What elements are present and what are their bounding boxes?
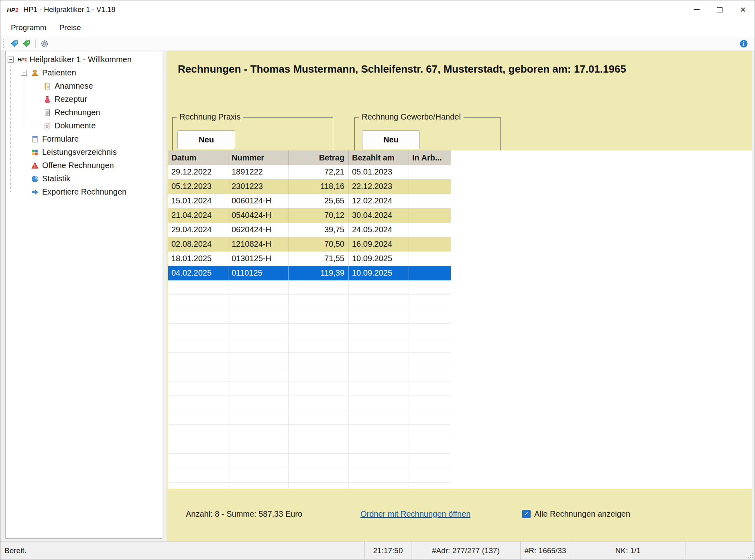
app-icon-1: 1 <box>15 6 18 13</box>
tag-blue-button[interactable] <box>8 38 20 50</box>
cell-nummer: 0110125 <box>228 266 289 280</box>
collapse-box-icon[interactable] <box>8 57 14 63</box>
tree-item-label: Offene Rechnungen <box>42 161 114 170</box>
tree-item-leistungsverzeichnis[interactable]: Leistungsverzeichnis <box>6 146 162 159</box>
status-time: 21:17:50 <box>364 542 411 560</box>
tree-item-dokumente[interactable]: Dokumente <box>6 119 162 132</box>
tree-item-anamnese[interactable]: Anamnese <box>6 79 162 93</box>
invoice-row[interactable]: 02.08.2024 1210824-H 70,50 16.09.2024 <box>168 237 451 252</box>
close-icon: × <box>740 5 746 14</box>
patient-icon <box>31 69 39 77</box>
status-r-count: #R: 1665/33 <box>520 542 570 560</box>
tree-item-exportiere-rechnungen[interactable]: Exportiere Rechnungen <box>6 185 162 199</box>
table-body: 29.12.2022 1891222 72,21 05.01.2023 05.1… <box>168 165 752 280</box>
info-icon <box>739 39 748 48</box>
tree-item-statistik[interactable]: Statistik <box>6 172 162 185</box>
tree-item-rechnungen[interactable]: Rechnungen <box>6 106 162 119</box>
tree-item-label: Exportiere Rechnungen <box>42 187 126 197</box>
status-bar: Bereit. 21:17:50 #Adr: 277/277 (137) #R:… <box>0 541 755 560</box>
maximize-button[interactable] <box>708 0 731 19</box>
tree-item-label: Anamnese <box>55 81 93 91</box>
main-panel: Rechnungen - Thomas Mustermann, Schleife… <box>167 51 752 541</box>
grid-line <box>348 280 349 489</box>
cell-inarb <box>409 223 451 237</box>
open-invoice-folder-link[interactable]: Ordner mit Rechnungen öffnen <box>360 504 470 523</box>
resize-grip[interactable] <box>747 552 753 558</box>
summary-text: Anzahl: 8 - Summe: 587,33 Euro <box>186 504 302 523</box>
cell-bezahlt: 22.12.2023 <box>349 179 409 194</box>
cell-bezahlt: 16.09.2024 <box>349 237 409 252</box>
hp1-logo-icon: HP1 <box>18 57 27 63</box>
cell-betrag: 71,55 <box>289 252 349 266</box>
cell-bezahlt: 12.02.2024 <box>349 194 409 208</box>
table-empty-area[interactable] <box>168 280 451 489</box>
sidebar-tree: HP1 Heilpraktiker 1 - Willkommen Patient… <box>5 51 162 539</box>
app-icon-hp: HP <box>7 6 15 13</box>
tag-green-icon <box>22 39 31 48</box>
tree-item-patienten[interactable]: Patienten <box>6 66 162 79</box>
cell-betrag: 70,12 <box>289 208 349 223</box>
menu-bar: Programm Preise <box>0 19 755 37</box>
column-header-betrag[interactable]: Betrag <box>289 150 349 165</box>
toolbar <box>0 37 755 51</box>
tree-item-offene-rechnungen[interactable]: Offene Rechnungen <box>6 159 162 172</box>
tree-item-label: Patienten <box>42 68 76 77</box>
invoice-row[interactable]: 05.12.2023 2301223 118,16 22.12.2023 <box>168 179 451 194</box>
cell-inarb <box>409 179 451 194</box>
invoice-row[interactable]: 21.04.2024 0540424-H 70,12 30.04.2024 <box>168 208 451 223</box>
cell-bezahlt: 10.09.2025 <box>349 266 409 280</box>
app-icon: HP1 <box>7 6 18 13</box>
cell-inarb <box>409 194 451 208</box>
tag-blue-icon <box>10 39 19 48</box>
tree-item-willkommen[interactable]: HP1 Heilpraktiker 1 - Willkommen <box>6 53 162 66</box>
column-header-datum[interactable]: Datum <box>168 150 228 165</box>
cell-bezahlt: 05.01.2023 <box>349 165 409 179</box>
cell-datum: 18.01.2025 <box>168 252 228 266</box>
cell-nummer: 0130125-H <box>228 252 289 266</box>
title-bar: HP1 HP1 - Heilpraktiker 1 - V1.18 × <box>0 0 755 19</box>
window-controls: × <box>685 0 755 19</box>
settings-button[interactable] <box>39 38 51 50</box>
invoice-row[interactable]: 29.04.2024 0620424-H 39,75 24.05.2024 <box>168 223 451 237</box>
invoice-row[interactable]: 18.01.2025 0130125-H 71,55 10.09.2025 <box>168 252 451 266</box>
close-button[interactable]: × <box>731 0 755 19</box>
documents-icon <box>43 122 51 130</box>
toolbar-grip[interactable] <box>3 39 5 48</box>
cell-betrag: 72,21 <box>289 165 349 179</box>
tree-item-formulare[interactable]: Formulare <box>6 132 162 146</box>
column-header-nummer[interactable]: Nummer <box>228 150 289 165</box>
checkbox-label: Alle Rechnungen anzeigen <box>534 509 630 519</box>
tree-item-label: Heilpraktiker 1 - Willkommen <box>29 55 132 64</box>
tree-item-label: Statistik <box>42 174 70 183</box>
grid-line <box>288 280 289 489</box>
minimize-button[interactable] <box>685 0 708 19</box>
collapse-box-icon[interactable] <box>21 70 27 76</box>
column-header-bezahlt-am[interactable]: Bezahlt am <box>349 150 409 165</box>
cell-betrag: 118,16 <box>289 179 349 194</box>
invoice-row[interactable]: 15.01.2024 0060124-H 25,65 12.02.2024 <box>168 194 451 208</box>
menu-preise[interactable]: Preise <box>53 21 88 34</box>
grid-icon <box>31 148 39 156</box>
maximize-icon <box>717 7 722 12</box>
cell-datum: 29.12.2022 <box>168 165 228 179</box>
invoice-row[interactable]: 29.12.2022 1891222 72,21 05.01.2023 <box>168 165 451 179</box>
status-grip-segment <box>686 542 755 560</box>
invoice-row-selected[interactable]: 04.02.2025 0110125 119,39 10.09.2025 <box>168 266 451 280</box>
window-title: HP1 - Heilpraktiker 1 - V1.18 <box>23 6 115 14</box>
status-nk: NK: 1/1 <box>570 542 686 560</box>
cell-datum: 04.02.2025 <box>168 266 228 280</box>
alle-rechnungen-checkbox[interactable] <box>522 510 531 518</box>
neu-gewerbe-button[interactable]: Neu <box>362 130 420 149</box>
tree-item-label: Leistungsverzeichnis <box>42 148 117 157</box>
invoice-table: Datum Nummer Betrag Bezahlt am In Arb...… <box>168 150 752 489</box>
tag-green-button[interactable] <box>20 38 33 50</box>
tree-item-rezeptur[interactable]: Rezeptur <box>6 93 162 106</box>
cell-datum: 29.04.2024 <box>168 223 228 237</box>
column-header-in-arb[interactable]: In Arb... <box>409 150 451 165</box>
invoice-icon <box>43 109 51 117</box>
cell-bezahlt: 30.04.2024 <box>349 208 409 223</box>
flask-icon <box>43 95 51 103</box>
info-button[interactable] <box>738 38 750 50</box>
neu-praxis-button[interactable]: Neu <box>177 130 235 149</box>
menu-programm[interactable]: Programm <box>4 21 53 34</box>
